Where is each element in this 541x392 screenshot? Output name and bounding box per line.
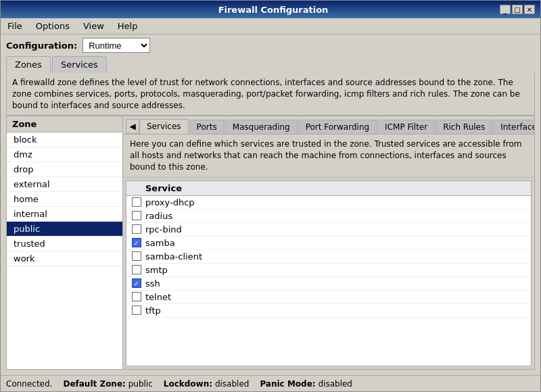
- menu-view[interactable]: View: [79, 20, 108, 32]
- services-table: Service proxy-dhcp radius: [126, 180, 532, 366]
- service-row-samba-client[interactable]: samba-client: [126, 250, 531, 264]
- check-radius[interactable]: [132, 211, 145, 220]
- status-connected: Connected.: [6, 379, 52, 389]
- checkbox-rpc-bind[interactable]: [132, 224, 141, 234]
- default-zone-label: Default Zone:: [63, 379, 125, 389]
- zone-item-home[interactable]: home: [7, 192, 122, 207]
- subtab-interfaces[interactable]: Interfaces: [493, 120, 534, 134]
- menu-file[interactable]: File: [3, 20, 26, 32]
- check-ssh[interactable]: [132, 278, 145, 288]
- service-label-smtp: smtp: [145, 265, 168, 275]
- service-row-samba[interactable]: samba: [126, 237, 531, 250]
- service-label-rpc-bind: rpc-bind: [145, 224, 182, 235]
- menubar: File Options View Help: [1, 18, 540, 34]
- service-label-proxy-dhcp: proxy-dhcp: [145, 197, 195, 207]
- statusbar: Connected. Default Zone: public Lockdown…: [1, 375, 540, 391]
- service-row-ssh[interactable]: ssh: [126, 277, 531, 291]
- panic-value: disabled: [318, 379, 352, 389]
- zone-item-work[interactable]: work: [7, 251, 122, 266]
- zone-item-public[interactable]: public: [7, 222, 122, 237]
- lockdown-label: Lockdown:: [164, 379, 212, 389]
- right-panel: ◀ Services Ports Masquerading Port Forwa…: [123, 116, 534, 369]
- default-zone-value: public: [128, 379, 153, 389]
- toolbar: Configuration: Runtime Permanent: [1, 34, 540, 56]
- table-scroll[interactable]: proxy-dhcp radius rpc-bind samba: [126, 196, 531, 366]
- checkbox-radius[interactable]: [132, 211, 141, 220]
- service-row-rpc-bind[interactable]: rpc-bind: [126, 223, 531, 237]
- lockdown-value: disabled: [215, 379, 250, 389]
- subtab-description: Here you can define which services are t…: [123, 134, 534, 177]
- zone-item-external[interactable]: external: [7, 177, 122, 192]
- service-label-radius: radius: [145, 211, 172, 221]
- service-column-header: Service: [145, 183, 182, 193]
- zone-panel-header: Zone: [7, 116, 122, 132]
- service-label-tftp: tftp: [145, 305, 161, 316]
- checkbox-smtp[interactable]: [132, 265, 141, 274]
- service-label-samba: samba: [145, 238, 175, 248]
- check-telnet[interactable]: [132, 292, 145, 301]
- check-smtp[interactable]: [132, 265, 145, 274]
- status-lockdown: Lockdown: disabled: [164, 379, 250, 389]
- checkbox-tftp[interactable]: [132, 305, 141, 315]
- tab-services-main[interactable]: Services: [52, 56, 107, 73]
- check-proxy-dhcp[interactable]: [132, 197, 145, 207]
- checkbox-telnet[interactable]: [132, 292, 141, 301]
- status-panic: Panic Mode: disabled: [260, 379, 352, 389]
- panic-label: Panic Mode:: [260, 379, 315, 389]
- zone-item-internal[interactable]: internal: [7, 207, 122, 222]
- subtab-bar: ◀ Services Ports Masquerading Port Forwa…: [123, 116, 534, 134]
- minimize-button[interactable]: _: [500, 5, 511, 14]
- service-row-radius[interactable]: radius: [126, 210, 531, 223]
- checkbox-samba-client[interactable]: [132, 251, 141, 261]
- subtab-port-forwarding[interactable]: Port Forwarding: [298, 120, 377, 134]
- content-area: Zone block dmz drop external home intern…: [6, 116, 535, 370]
- main-window: Firewall Configuration _ □ ✕ File Option…: [0, 0, 541, 392]
- check-rpc-bind[interactable]: [132, 224, 145, 234]
- subtab-services[interactable]: Services: [139, 119, 189, 134]
- menu-options[interactable]: Options: [32, 20, 74, 32]
- subtab-rich-rules[interactable]: Rich Rules: [436, 120, 492, 134]
- service-row-tftp[interactable]: tftp: [126, 304, 531, 318]
- config-select[interactable]: Runtime Permanent: [83, 38, 150, 53]
- subtab-masquerading[interactable]: Masquerading: [225, 120, 298, 134]
- zone-item-block[interactable]: block: [7, 132, 122, 147]
- zone-item-drop[interactable]: drop: [7, 162, 122, 177]
- service-label-telnet: telnet: [145, 292, 171, 302]
- checkbox-ssh[interactable]: [132, 278, 141, 288]
- check-samba-client[interactable]: [132, 251, 145, 261]
- checkbox-proxy-dhcp[interactable]: [132, 197, 141, 207]
- service-label-ssh: ssh: [145, 278, 160, 289]
- service-label-samba-client: samba-client: [145, 251, 202, 262]
- zone-item-dmz[interactable]: dmz: [7, 147, 122, 162]
- subtab-icmp-filter[interactable]: ICMP Filter: [377, 120, 435, 134]
- service-row-proxy-dhcp[interactable]: proxy-dhcp: [126, 196, 531, 210]
- titlebar-buttons: _ □ ✕: [500, 5, 535, 14]
- check-tftp[interactable]: [132, 305, 145, 315]
- service-row-telnet[interactable]: telnet: [126, 291, 531, 304]
- zone-item-trusted[interactable]: trusted: [7, 237, 122, 251]
- checkbox-samba[interactable]: [132, 238, 141, 247]
- window-title: Firewall Configuration: [47, 5, 500, 15]
- status-default-zone: Default Zone: public: [63, 379, 152, 389]
- zone-list: block dmz drop external home internal pu…: [7, 132, 122, 369]
- main-tabs: Zones Services: [1, 56, 540, 73]
- zone-description: A firewalld zone defines the level of tr…: [6, 73, 535, 116]
- subtab-ports[interactable]: Ports: [189, 120, 225, 134]
- subtab-nav-left[interactable]: ◀: [126, 119, 139, 134]
- close-button[interactable]: ✕: [524, 5, 535, 14]
- zone-panel: Zone block dmz drop external home intern…: [7, 116, 123, 369]
- titlebar: Firewall Configuration _ □ ✕: [1, 1, 540, 18]
- tab-zones[interactable]: Zones: [6, 56, 51, 73]
- services-table-wrapper: Service proxy-dhcp radius: [123, 178, 534, 369]
- service-row-smtp[interactable]: smtp: [126, 264, 531, 277]
- config-label: Configuration:: [6, 41, 77, 51]
- menu-help[interactable]: Help: [114, 20, 142, 32]
- table-header: Service: [126, 181, 531, 196]
- maximize-button[interactable]: □: [512, 5, 523, 14]
- check-samba[interactable]: [132, 238, 145, 247]
